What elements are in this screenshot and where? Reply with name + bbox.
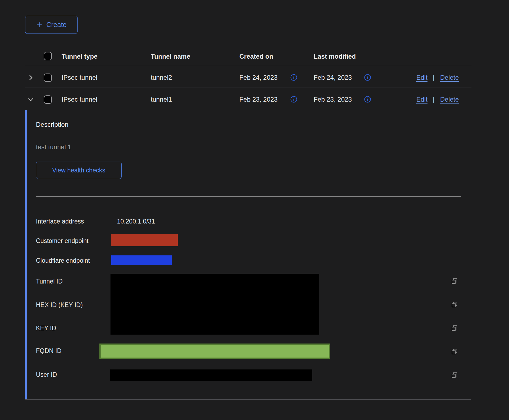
customer-endpoint-label: Customer endpoint [36,237,88,245]
copy-icon[interactable] [451,301,458,308]
interface-address-label: Interface address [36,218,84,225]
info-icon[interactable] [364,74,371,81]
column-header-tunnel-name: Tunnel name [151,53,190,60]
description-value: test tunnel 1 [36,143,71,151]
user-id-label: User ID [36,371,57,378]
view-health-checks-button[interactable]: View health checks [36,162,122,179]
created-on-cell: Feb 23, 2023 [239,96,277,103]
expanded-row-accent-bar [25,110,27,399]
user-id-redaction [110,369,312,381]
create-button[interactable]: Create [25,16,78,34]
delete-link[interactable]: Delete [440,74,459,81]
column-header-created-on: Created on [239,53,273,60]
tunnel-type-cell: IPsec tunnel [62,96,97,103]
tunnel-name-cell: tunnel2 [151,74,172,81]
info-icon[interactable] [364,96,371,103]
expanded-panel-bottom-divider [25,399,471,400]
row-checkbox[interactable] [44,74,52,82]
tunnel-type-cell: IPsec tunnel [62,74,97,81]
created-on-cell: Feb 24, 2023 [239,74,277,81]
tunnel-id-redaction [110,274,319,335]
copy-icon[interactable] [451,348,458,355]
info-icon[interactable] [290,96,297,103]
description-label: Description [36,121,68,128]
action-separator: | [433,74,434,81]
row-checkbox[interactable] [44,95,52,104]
edit-link[interactable]: Edit [416,74,427,81]
key-id-label: KEY ID [36,324,56,332]
create-button-label: Create [46,21,66,29]
ipsec-tunnels-page: Create Tunnel type Tunnel name Created o… [0,0,509,420]
fqdn-id-redaction [99,344,330,359]
last-modified-cell: Feb 24, 2023 [314,74,352,81]
plus-icon [36,21,43,28]
header-divider [25,66,471,66]
tunnel-id-label: Tunnel ID [36,278,63,285]
last-modified-cell: Feb 23, 2023 [314,96,352,103]
select-all-checkbox[interactable] [44,52,52,60]
tunnel-name-cell: tunnel1 [151,96,172,103]
copy-icon[interactable] [451,324,458,332]
column-header-tunnel-type: Tunnel type [62,53,98,60]
chevron-right-icon[interactable] [27,74,34,81]
fqdn-id-label: FQDN ID [36,347,62,355]
row-divider [25,88,471,88]
copy-icon[interactable] [451,371,458,379]
cloudflare-endpoint-label: Cloudflare endpoint [36,257,90,264]
delete-link[interactable]: Delete [440,96,459,103]
edit-link[interactable]: Edit [416,96,427,103]
panel-section-divider [36,196,461,197]
chevron-down-icon[interactable] [27,96,34,103]
info-icon[interactable] [290,74,297,81]
interface-address-value: 10.200.1.0/31 [117,218,155,225]
copy-icon[interactable] [451,277,458,285]
action-separator: | [433,96,434,103]
column-header-last-modified: Last modified [314,53,356,60]
hex-id-label: HEX ID (KEY ID) [36,301,83,309]
cloudflare-endpoint-redaction [111,255,172,265]
customer-endpoint-redaction [111,234,178,246]
